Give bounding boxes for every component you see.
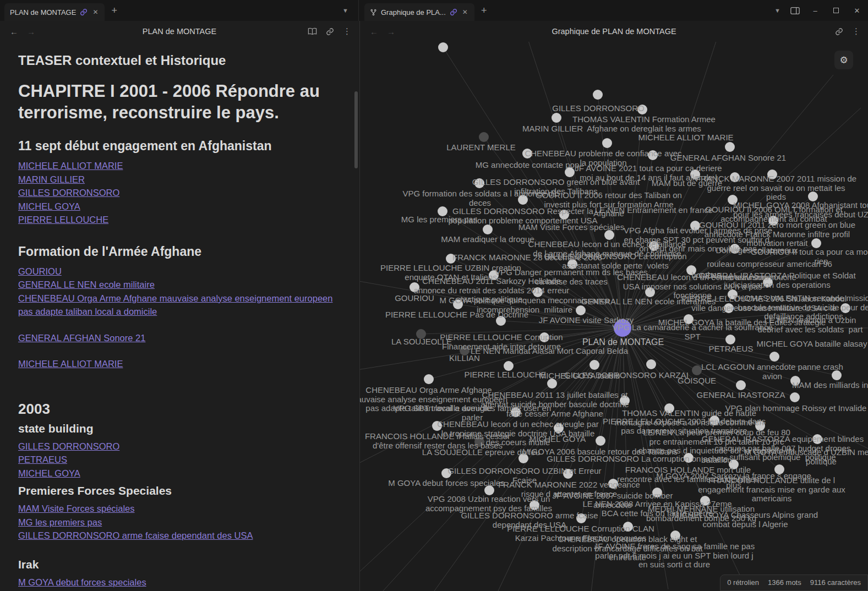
doc-block-link[interactable]: MARIN GILLIER <box>18 173 335 187</box>
graph-node[interactable] <box>576 513 586 523</box>
tab-graphique[interactable]: Graphique de PLA... ✕ <box>364 3 474 21</box>
graph-node[interactable] <box>725 335 735 344</box>
sidebar-toggle-icon[interactable] <box>790 7 800 15</box>
graph-node[interactable] <box>684 314 694 324</box>
doc-block-link[interactable]: MICHEL GOYA <box>18 467 335 480</box>
graph-node[interactable] <box>736 380 746 390</box>
graph-node[interactable] <box>489 270 499 280</box>
graph-node[interactable] <box>567 259 577 269</box>
doc-block-link[interactable]: GILLES DORRONSORO <box>18 440 335 453</box>
graph-node[interactable] <box>728 289 738 299</box>
graph-node[interactable] <box>768 216 778 226</box>
close-tab-icon[interactable]: ✕ <box>461 8 469 16</box>
graph-node[interactable] <box>755 421 765 431</box>
graph-node[interactable] <box>552 113 561 123</box>
tab-plan-de-montage[interactable]: PLAN de MONTAGE ✕ <box>4 3 105 21</box>
graph-settings-button[interactable]: ⚙ <box>834 51 853 69</box>
graph-node[interactable] <box>441 468 451 478</box>
scrollbar-thumb[interactable] <box>354 91 358 168</box>
graph-node[interactable] <box>811 238 821 248</box>
graph-node[interactable] <box>730 172 740 182</box>
graph-node[interactable] <box>652 488 662 497</box>
graph-node[interactable] <box>563 469 573 479</box>
doc-block-link[interactable]: MG les premiers pas <box>18 516 335 529</box>
back-arrow-icon[interactable]: ← <box>10 27 18 36</box>
graph-node[interactable] <box>529 500 539 510</box>
maximize-button[interactable] <box>831 7 842 15</box>
doc-block-link[interactable]: GENERAL AFGHAN Sonore 21 <box>18 331 335 345</box>
graph-node[interactable] <box>496 316 506 326</box>
graph-node[interactable] <box>728 195 738 205</box>
graph-node[interactable] <box>763 277 773 287</box>
doc-block-link[interactable]: MICHELE ALLIOT MARIE <box>18 357 335 371</box>
graph-node[interactable] <box>446 254 456 264</box>
graph-node[interactable] <box>576 305 586 315</box>
graph-node[interactable] <box>637 105 647 114</box>
tab-list-chevron-icon[interactable]: ▼ <box>342 7 348 14</box>
link-icon[interactable] <box>326 28 334 36</box>
graph-node[interactable] <box>593 90 603 100</box>
graph-node[interactable] <box>690 221 700 231</box>
graph-node[interactable] <box>808 191 818 201</box>
forward-arrow-icon[interactable]: → <box>387 27 395 36</box>
graph-node[interactable] <box>596 436 605 446</box>
graph-node[interactable] <box>670 530 680 540</box>
graph-node[interactable] <box>648 150 658 160</box>
doc-block-link[interactable]: PETRAEUS <box>18 453 335 467</box>
tab-list-chevron-icon[interactable]: ▼ <box>774 7 780 14</box>
graph-canvas[interactable]: GILLES DORRONSOROTHOMAS VALENTIN Formati… <box>360 42 868 591</box>
graph-node[interactable] <box>453 299 463 309</box>
doc-block-link[interactable]: M GOYA debut forces speciales <box>18 576 335 589</box>
close-tab-icon[interactable]: ✕ <box>91 8 99 16</box>
graph-center-node[interactable] <box>614 319 631 337</box>
doc-block-link[interactable]: MICHEL GOYA <box>18 200 335 214</box>
more-options-icon[interactable]: ⋮ <box>852 26 860 36</box>
graph-node[interactable] <box>620 396 630 406</box>
graph-node[interactable] <box>483 225 493 234</box>
more-options-icon[interactable]: ⋮ <box>343 26 351 36</box>
graph-node[interactable] <box>604 230 614 240</box>
graph-node[interactable] <box>790 392 800 402</box>
new-tab-button[interactable]: + <box>111 5 117 17</box>
graph-node[interactable] <box>474 178 484 188</box>
doc-block-link[interactable]: GENERAL LE NEN ecole militaire <box>18 278 335 292</box>
graph-node[interactable] <box>518 195 528 205</box>
graph-node[interactable] <box>646 359 656 369</box>
doc-block-link[interactable]: GILLES DORRONSORO <box>18 186 335 200</box>
graph-node[interactable] <box>832 370 842 380</box>
forward-arrow-icon[interactable]: → <box>27 27 35 36</box>
new-tab-button[interactable]: + <box>481 5 487 17</box>
graph-node[interactable] <box>602 138 612 148</box>
graph-node[interactable] <box>474 437 484 447</box>
graph-node[interactable] <box>518 453 528 463</box>
graph-node[interactable] <box>484 485 494 495</box>
graph-node[interactable] <box>767 169 777 179</box>
doc-block-link[interactable]: GILLES DORRONSORO arme fcaise dependant … <box>18 529 335 543</box>
graph-node[interactable] <box>769 352 779 362</box>
graph-node[interactable] <box>730 244 740 254</box>
graph-node[interactable] <box>709 415 719 425</box>
close-window-button[interactable]: ✕ <box>851 7 862 15</box>
doc-block-link[interactable]: GOURIOU <box>18 265 335 278</box>
graph-node[interactable] <box>623 522 633 532</box>
reading-view-icon[interactable] <box>308 28 317 36</box>
doc-block-link[interactable]: MICHELE ALLIOT MARIE <box>18 159 335 173</box>
graph-node[interactable] <box>416 329 426 339</box>
graph-node[interactable] <box>559 210 569 220</box>
doc-block-link[interactable]: PIERRE LELLOUCHE <box>18 213 335 227</box>
graph-node[interactable] <box>700 496 710 506</box>
graph-node[interactable] <box>460 346 470 355</box>
graph-node[interactable] <box>438 42 448 52</box>
graph-node[interactable] <box>533 287 543 297</box>
graph-node[interactable] <box>684 453 694 463</box>
graph-node[interactable] <box>724 303 734 313</box>
graph-node[interactable] <box>504 361 514 371</box>
graph-node[interactable] <box>645 287 655 297</box>
graph-node[interactable] <box>511 407 521 417</box>
doc-block-link[interactable]: MAM Visite Forces spéciales <box>18 502 335 516</box>
graph-node[interactable] <box>424 374 434 384</box>
graph-node[interactable] <box>790 376 800 386</box>
graph-node[interactable] <box>692 365 702 375</box>
graph-node[interactable] <box>554 423 564 433</box>
minimize-button[interactable]: – <box>810 7 821 15</box>
